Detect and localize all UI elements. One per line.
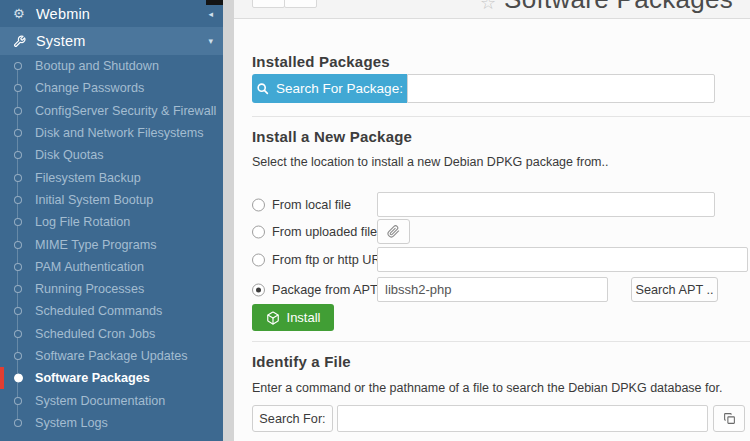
sidebar-item-bootup-and-shutdown[interactable]: Bootup and Shutdown [0, 55, 223, 77]
sidebar-item-scheduled-cron-jobs[interactable]: Scheduled Cron Jobs [0, 323, 223, 345]
option-row-package-from-apt: Package from APT Search APT .. [252, 277, 748, 303]
option-row-uploaded-file: From uploaded file [252, 219, 748, 244]
sidebar-item-mime-type-programs[interactable]: MIME Type Programs [0, 233, 223, 255]
sidebar-item-log-file-rotation[interactable]: Log File Rotation [0, 211, 223, 233]
sidebar-item-change-passwords[interactable]: Change Passwords [0, 77, 223, 99]
option-row-local-file: From local file [252, 192, 748, 217]
sidebar-item-disk-and-network-filesystems[interactable]: Disk and Network Filesystems [0, 122, 223, 144]
sidebar-item-system-documentation[interactable]: System Documentation [0, 389, 223, 411]
radio-label[interactable]: From uploaded file [272, 225, 377, 239]
paperclip-icon [387, 225, 400, 238]
sidebar-item-system[interactable]: System ▾ [0, 27, 223, 55]
identify-a-file-heading: Identify a File [252, 353, 351, 370]
chevron-left-icon: ◂ [208, 9, 213, 19]
copy-files-icon [723, 412, 736, 425]
file-upload-button[interactable] [377, 219, 410, 244]
sidebar-item-pam-authentication[interactable]: PAM Authentication [0, 256, 223, 278]
install-new-package-heading: Install a New Package [252, 128, 412, 145]
radio-from-local-file[interactable] [252, 198, 265, 211]
sidebar: ⚙ Webmin ◂ System ▾ Bootup and Shutdown … [0, 0, 223, 441]
search-for-package-button[interactable]: Search For Package: [252, 74, 407, 103]
sidebar-scrollbar-track [223, 0, 234, 441]
wrench-icon [13, 35, 33, 48]
radio-from-uploaded-file[interactable] [252, 225, 265, 238]
package-box-icon [266, 311, 280, 325]
ftp-url-input[interactable] [377, 247, 748, 272]
sidebar-item-running-processes[interactable]: Running Processes [0, 278, 223, 300]
package-search-input[interactable] [407, 74, 715, 103]
sidebar-item-system-logs[interactable]: System Logs [0, 412, 223, 434]
identify-a-file-description: Enter a command or the pathname of a fil… [252, 381, 722, 395]
sidebar-item-software-packages[interactable]: Software Packages [0, 367, 223, 389]
cropped-topbar-fragment [206, 0, 223, 5]
install-new-package-description: Select the location to install a new Deb… [252, 155, 608, 169]
page-header: ☆ Software Packages [234, 0, 750, 19]
sidebar-category-label: System [36, 33, 86, 49]
favorite-star-icon[interactable]: ☆ [480, 0, 496, 14]
sidebar-menu: Bootup and Shutdown Change Passwords Con… [0, 55, 223, 434]
local-file-input[interactable] [377, 192, 715, 217]
section-divider [252, 341, 750, 342]
option-row-ftp-url: From ftp or http URL [252, 247, 748, 272]
sidebar-item-configserver-security-firewall[interactable]: ConfigServer Security & Firewall [0, 100, 223, 122]
sidebar-item-software-package-updates[interactable]: Software Package Updates [0, 345, 223, 367]
header-nav-button-2[interactable] [284, 0, 317, 8]
search-for-package-label: Search For Package: [276, 81, 403, 96]
sidebar-item-disk-quotas[interactable]: Disk Quotas [0, 144, 223, 166]
search-apt-button[interactable]: Search APT .. [631, 277, 718, 302]
search-icon [256, 82, 269, 95]
gear-icon: ⚙ [13, 6, 33, 21]
identify-file-input[interactable] [337, 405, 708, 432]
install-button-label: Install [287, 310, 321, 325]
header-nav-button-1[interactable] [252, 0, 285, 8]
section-divider [252, 116, 750, 117]
radio-label[interactable]: From local file [272, 198, 351, 212]
file-chooser-button[interactable] [713, 405, 745, 432]
sidebar-item-scheduled-commands[interactable]: Scheduled Commands [0, 300, 223, 322]
sidebar-item-filesystem-backup[interactable]: Filesystem Backup [0, 166, 223, 188]
radio-package-from-apt[interactable] [252, 284, 265, 297]
webmin-window: ⚙ Webmin ◂ System ▾ Bootup and Shutdown … [0, 0, 750, 441]
radio-label[interactable]: From ftp or http URL [272, 253, 388, 267]
search-for-button[interactable]: Search For: [252, 405, 333, 432]
apt-package-input[interactable] [377, 277, 608, 302]
sidebar-item-webmin[interactable]: ⚙ Webmin ◂ [0, 0, 223, 27]
installed-packages-heading: Installed Packages [252, 53, 390, 70]
chevron-down-icon: ▾ [208, 36, 213, 46]
radio-from-ftp-or-http-url[interactable] [252, 253, 265, 266]
page-title: Software Packages [504, 0, 733, 15]
sidebar-item-initial-system-bootup[interactable]: Initial System Bootup [0, 189, 223, 211]
install-button[interactable]: Install [252, 304, 334, 331]
radio-label[interactable]: Package from APT [272, 283, 378, 297]
sidebar-category-label: Webmin [36, 6, 90, 22]
main-panel: ☆ Software Packages Installed Packages S… [234, 0, 750, 441]
